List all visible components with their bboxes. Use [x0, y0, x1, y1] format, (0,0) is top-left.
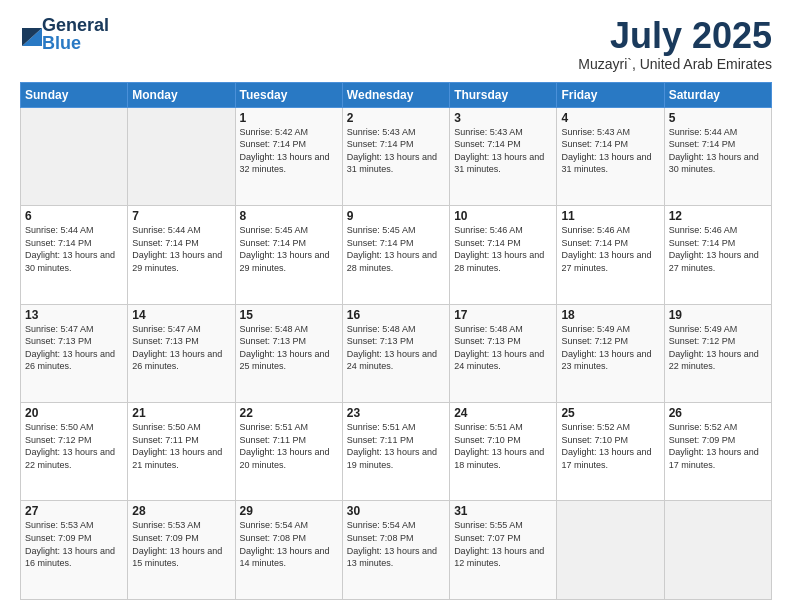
- calendar-cell: 20Sunrise: 5:50 AM Sunset: 7:12 PM Dayli…: [21, 403, 128, 501]
- day-number: 12: [669, 209, 767, 223]
- calendar-cell: 27Sunrise: 5:53 AM Sunset: 7:09 PM Dayli…: [21, 501, 128, 600]
- logo-general-text: General: [42, 16, 109, 34]
- calendar-cell: 6Sunrise: 5:44 AM Sunset: 7:14 PM Daylig…: [21, 206, 128, 304]
- day-info: Sunrise: 5:55 AM Sunset: 7:07 PM Dayligh…: [454, 519, 552, 569]
- calendar-cell: 8Sunrise: 5:45 AM Sunset: 7:14 PM Daylig…: [235, 206, 342, 304]
- day-info: Sunrise: 5:45 AM Sunset: 7:14 PM Dayligh…: [240, 224, 338, 274]
- title-block: July 2025 Muzayri`, United Arab Emirates: [578, 16, 772, 72]
- day-number: 3: [454, 111, 552, 125]
- day-info: Sunrise: 5:48 AM Sunset: 7:13 PM Dayligh…: [347, 323, 445, 373]
- day-info: Sunrise: 5:50 AM Sunset: 7:12 PM Dayligh…: [25, 421, 123, 471]
- weekday-header-tuesday: Tuesday: [235, 82, 342, 107]
- calendar-cell: 14Sunrise: 5:47 AM Sunset: 7:13 PM Dayli…: [128, 304, 235, 402]
- calendar-cell: 7Sunrise: 5:44 AM Sunset: 7:14 PM Daylig…: [128, 206, 235, 304]
- week-row-4: 27Sunrise: 5:53 AM Sunset: 7:09 PM Dayli…: [21, 501, 772, 600]
- weekday-header-monday: Monday: [128, 82, 235, 107]
- calendar-cell: 28Sunrise: 5:53 AM Sunset: 7:09 PM Dayli…: [128, 501, 235, 600]
- day-number: 28: [132, 504, 230, 518]
- day-info: Sunrise: 5:46 AM Sunset: 7:14 PM Dayligh…: [669, 224, 767, 274]
- calendar-cell: 30Sunrise: 5:54 AM Sunset: 7:08 PM Dayli…: [342, 501, 449, 600]
- calendar-cell: 15Sunrise: 5:48 AM Sunset: 7:13 PM Dayli…: [235, 304, 342, 402]
- month-year: July 2025: [578, 16, 772, 56]
- calendar-cell: 10Sunrise: 5:46 AM Sunset: 7:14 PM Dayli…: [450, 206, 557, 304]
- weekday-header-sunday: Sunday: [21, 82, 128, 107]
- calendar-cell: 13Sunrise: 5:47 AM Sunset: 7:13 PM Dayli…: [21, 304, 128, 402]
- day-info: Sunrise: 5:43 AM Sunset: 7:14 PM Dayligh…: [454, 126, 552, 176]
- day-number: 7: [132, 209, 230, 223]
- day-number: 11: [561, 209, 659, 223]
- weekday-header-wednesday: Wednesday: [342, 82, 449, 107]
- calendar-cell: 19Sunrise: 5:49 AM Sunset: 7:12 PM Dayli…: [664, 304, 771, 402]
- day-info: Sunrise: 5:44 AM Sunset: 7:14 PM Dayligh…: [132, 224, 230, 274]
- day-info: Sunrise: 5:51 AM Sunset: 7:11 PM Dayligh…: [240, 421, 338, 471]
- calendar-cell: 2Sunrise: 5:43 AM Sunset: 7:14 PM Daylig…: [342, 107, 449, 205]
- day-number: 25: [561, 406, 659, 420]
- day-number: 17: [454, 308, 552, 322]
- calendar-cell: 5Sunrise: 5:44 AM Sunset: 7:14 PM Daylig…: [664, 107, 771, 205]
- calendar-cell: [557, 501, 664, 600]
- calendar-cell: 25Sunrise: 5:52 AM Sunset: 7:10 PM Dayli…: [557, 403, 664, 501]
- calendar-cell: 26Sunrise: 5:52 AM Sunset: 7:09 PM Dayli…: [664, 403, 771, 501]
- calendar-cell: 4Sunrise: 5:43 AM Sunset: 7:14 PM Daylig…: [557, 107, 664, 205]
- day-info: Sunrise: 5:47 AM Sunset: 7:13 PM Dayligh…: [132, 323, 230, 373]
- calendar-cell: [21, 107, 128, 205]
- day-number: 19: [669, 308, 767, 322]
- day-info: Sunrise: 5:49 AM Sunset: 7:12 PM Dayligh…: [561, 323, 659, 373]
- day-number: 31: [454, 504, 552, 518]
- day-info: Sunrise: 5:49 AM Sunset: 7:12 PM Dayligh…: [669, 323, 767, 373]
- calendar-cell: [664, 501, 771, 600]
- logo-blue-text: Blue: [42, 34, 109, 52]
- day-info: Sunrise: 5:43 AM Sunset: 7:14 PM Dayligh…: [347, 126, 445, 176]
- day-number: 2: [347, 111, 445, 125]
- calendar-table: SundayMondayTuesdayWednesdayThursdayFrid…: [20, 82, 772, 600]
- calendar-cell: 11Sunrise: 5:46 AM Sunset: 7:14 PM Dayli…: [557, 206, 664, 304]
- day-number: 24: [454, 406, 552, 420]
- calendar-cell: 9Sunrise: 5:45 AM Sunset: 7:14 PM Daylig…: [342, 206, 449, 304]
- day-number: 23: [347, 406, 445, 420]
- calendar-cell: 21Sunrise: 5:50 AM Sunset: 7:11 PM Dayli…: [128, 403, 235, 501]
- day-info: Sunrise: 5:48 AM Sunset: 7:13 PM Dayligh…: [240, 323, 338, 373]
- day-info: Sunrise: 5:46 AM Sunset: 7:14 PM Dayligh…: [561, 224, 659, 274]
- location: Muzayri`, United Arab Emirates: [578, 56, 772, 72]
- day-number: 22: [240, 406, 338, 420]
- day-number: 1: [240, 111, 338, 125]
- calendar-cell: 22Sunrise: 5:51 AM Sunset: 7:11 PM Dayli…: [235, 403, 342, 501]
- calendar-cell: 24Sunrise: 5:51 AM Sunset: 7:10 PM Dayli…: [450, 403, 557, 501]
- day-number: 18: [561, 308, 659, 322]
- day-number: 8: [240, 209, 338, 223]
- day-info: Sunrise: 5:44 AM Sunset: 7:14 PM Dayligh…: [25, 224, 123, 274]
- day-info: Sunrise: 5:54 AM Sunset: 7:08 PM Dayligh…: [347, 519, 445, 569]
- day-number: 5: [669, 111, 767, 125]
- day-info: Sunrise: 5:54 AM Sunset: 7:08 PM Dayligh…: [240, 519, 338, 569]
- day-info: Sunrise: 5:44 AM Sunset: 7:14 PM Dayligh…: [669, 126, 767, 176]
- day-info: Sunrise: 5:46 AM Sunset: 7:14 PM Dayligh…: [454, 224, 552, 274]
- page: General Blue July 2025 Muzayri`, United …: [0, 0, 792, 612]
- calendar-cell: 18Sunrise: 5:49 AM Sunset: 7:12 PM Dayli…: [557, 304, 664, 402]
- calendar-cell: 1Sunrise: 5:42 AM Sunset: 7:14 PM Daylig…: [235, 107, 342, 205]
- day-number: 14: [132, 308, 230, 322]
- day-info: Sunrise: 5:53 AM Sunset: 7:09 PM Dayligh…: [132, 519, 230, 569]
- week-row-0: 1Sunrise: 5:42 AM Sunset: 7:14 PM Daylig…: [21, 107, 772, 205]
- day-info: Sunrise: 5:43 AM Sunset: 7:14 PM Dayligh…: [561, 126, 659, 176]
- day-number: 21: [132, 406, 230, 420]
- day-number: 9: [347, 209, 445, 223]
- header: General Blue July 2025 Muzayri`, United …: [20, 16, 772, 72]
- weekday-header-friday: Friday: [557, 82, 664, 107]
- day-number: 20: [25, 406, 123, 420]
- calendar-cell: 31Sunrise: 5:55 AM Sunset: 7:07 PM Dayli…: [450, 501, 557, 600]
- day-info: Sunrise: 5:48 AM Sunset: 7:13 PM Dayligh…: [454, 323, 552, 373]
- day-info: Sunrise: 5:50 AM Sunset: 7:11 PM Dayligh…: [132, 421, 230, 471]
- logo-text: General Blue: [42, 16, 109, 52]
- calendar-cell: 23Sunrise: 5:51 AM Sunset: 7:11 PM Dayli…: [342, 403, 449, 501]
- day-number: 13: [25, 308, 123, 322]
- calendar-cell: 17Sunrise: 5:48 AM Sunset: 7:13 PM Dayli…: [450, 304, 557, 402]
- calendar-cell: 29Sunrise: 5:54 AM Sunset: 7:08 PM Dayli…: [235, 501, 342, 600]
- logo-icon: [22, 18, 42, 46]
- logo: General Blue: [20, 16, 109, 52]
- day-info: Sunrise: 5:52 AM Sunset: 7:09 PM Dayligh…: [669, 421, 767, 471]
- calendar-cell: 16Sunrise: 5:48 AM Sunset: 7:13 PM Dayli…: [342, 304, 449, 402]
- weekday-header-thursday: Thursday: [450, 82, 557, 107]
- day-number: 29: [240, 504, 338, 518]
- weekday-header-saturday: Saturday: [664, 82, 771, 107]
- week-row-3: 20Sunrise: 5:50 AM Sunset: 7:12 PM Dayli…: [21, 403, 772, 501]
